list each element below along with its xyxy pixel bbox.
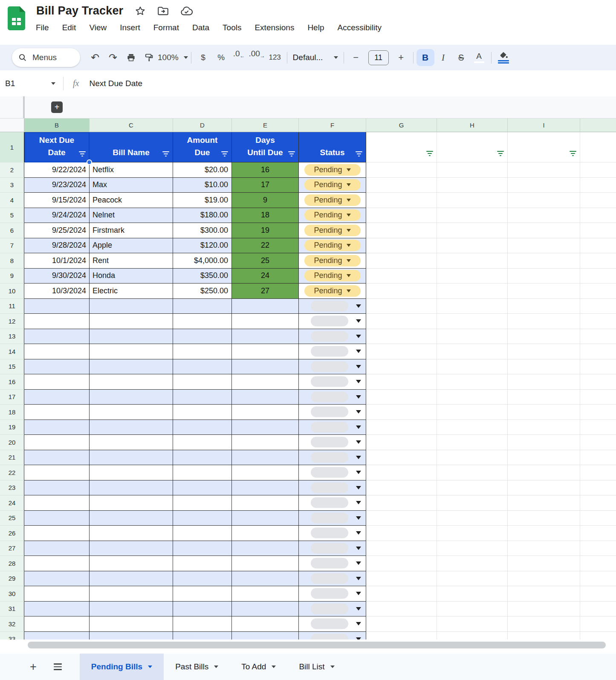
cell-H17[interactable] xyxy=(437,390,508,405)
cell-F22[interactable] xyxy=(299,465,366,480)
cell-partial31[interactable] xyxy=(580,602,616,617)
cell-B2[interactable]: 9/22/2024 xyxy=(24,162,90,178)
cell-F16[interactable] xyxy=(299,374,366,390)
status-dropdown-chip[interactable]: Pending xyxy=(304,179,361,191)
cell-F5[interactable]: Pending xyxy=(299,208,366,223)
cell-C11[interactable] xyxy=(90,299,173,314)
cell-E7[interactable]: 22 xyxy=(232,238,299,254)
cell-G25[interactable] xyxy=(366,511,437,526)
more-formats-button[interactable]: 123 xyxy=(266,49,284,66)
status-dropdown-empty[interactable] xyxy=(299,344,366,359)
cell-D31[interactable] xyxy=(173,602,232,617)
cell-partial3[interactable] xyxy=(580,178,616,193)
cell-H33[interactable] xyxy=(437,632,508,640)
cell-partial26[interactable] xyxy=(580,526,616,541)
all-sheets-menu-icon[interactable] xyxy=(54,663,62,670)
cell-H31[interactable] xyxy=(437,602,508,617)
cell-F17[interactable] xyxy=(299,390,366,405)
cell-C7[interactable]: Apple xyxy=(90,238,173,254)
cell-G2[interactable] xyxy=(366,162,437,178)
row-header-27[interactable]: 27 xyxy=(0,541,24,556)
fill-color-button[interactable] xyxy=(495,49,512,66)
cell-I25[interactable] xyxy=(508,511,580,526)
cell-F26[interactable] xyxy=(299,526,366,541)
cell-D13[interactable] xyxy=(173,329,232,344)
cell-H20[interactable] xyxy=(437,435,508,450)
decrease-font-size-button[interactable]: − xyxy=(347,49,365,66)
row-header-13[interactable]: 13 xyxy=(0,329,24,344)
print-icon[interactable] xyxy=(122,49,140,66)
status-dropdown-empty[interactable] xyxy=(299,450,366,465)
cell-G28[interactable] xyxy=(366,556,437,571)
sheets-logo-icon[interactable] xyxy=(8,6,25,30)
column-header-D[interactable]: D xyxy=(173,119,232,132)
cell-C3[interactable]: Max xyxy=(90,178,173,193)
menu-edit[interactable]: Edit xyxy=(62,23,76,32)
cell-F11[interactable] xyxy=(299,299,366,314)
row-header-20[interactable]: 20 xyxy=(0,435,24,450)
cell-C22[interactable] xyxy=(90,465,173,480)
formula-input[interactable]: Next Due Date xyxy=(89,79,142,88)
menu-file[interactable]: File xyxy=(36,23,49,32)
filter-icon[interactable] xyxy=(162,151,169,157)
cell-partial8[interactable] xyxy=(580,253,616,269)
cell-F23[interactable] xyxy=(299,480,366,496)
row-header-16[interactable]: 16 xyxy=(0,374,24,390)
cell-G16[interactable] xyxy=(366,374,437,390)
cell-E33[interactable] xyxy=(232,632,299,640)
cell-E12[interactable] xyxy=(232,314,299,329)
cell-H22[interactable] xyxy=(437,465,508,480)
cell-C21[interactable] xyxy=(90,450,173,466)
menu-help[interactable]: Help xyxy=(307,23,324,32)
status-dropdown-chip[interactable]: Pending xyxy=(304,270,361,281)
cell-partial18[interactable] xyxy=(580,405,616,420)
cell-I9[interactable] xyxy=(508,269,580,284)
cell-E31[interactable] xyxy=(232,602,299,617)
cell-D32[interactable] xyxy=(173,616,232,632)
cell-partial32[interactable] xyxy=(580,616,616,632)
cell-G20[interactable] xyxy=(366,435,437,450)
cell-B13[interactable] xyxy=(24,329,90,344)
cell-H1[interactable] xyxy=(437,132,508,162)
filter-icon[interactable] xyxy=(288,151,295,157)
format-currency-button[interactable]: $ xyxy=(194,49,212,66)
cell-B23[interactable] xyxy=(24,480,90,496)
cell-E20[interactable] xyxy=(232,435,299,450)
cell-B32[interactable] xyxy=(24,616,90,632)
cell-B20[interactable] xyxy=(24,435,90,450)
cell-F18[interactable] xyxy=(299,405,366,420)
cell-C32[interactable] xyxy=(90,616,173,632)
cell-partial15[interactable] xyxy=(580,359,616,375)
cell-E32[interactable] xyxy=(232,616,299,632)
menu-insert[interactable]: Insert xyxy=(120,23,140,32)
cell-I33[interactable] xyxy=(508,632,580,640)
cell-partial10[interactable] xyxy=(580,284,616,299)
column-header-F[interactable]: F xyxy=(299,119,366,132)
cell-H10[interactable] xyxy=(437,284,508,299)
cell-B17[interactable] xyxy=(24,390,90,405)
cell-D18[interactable] xyxy=(173,405,232,420)
cell-D12[interactable] xyxy=(173,314,232,329)
cell-H4[interactable] xyxy=(437,193,508,208)
cell-I20[interactable] xyxy=(508,435,580,450)
cell-H19[interactable] xyxy=(437,420,508,435)
cell-F6[interactable]: Pending xyxy=(299,223,366,238)
cell-I6[interactable] xyxy=(508,223,580,238)
expand-hidden-column-button[interactable]: + xyxy=(51,101,63,113)
cell-H32[interactable] xyxy=(437,616,508,632)
header-cell-E1[interactable]: DaysUntil Due xyxy=(232,132,299,162)
cell-E11[interactable] xyxy=(232,299,299,314)
cell-I4[interactable] xyxy=(508,193,580,208)
cell-E30[interactable] xyxy=(232,586,299,602)
cell-F27[interactable] xyxy=(299,541,366,556)
cell-B14[interactable] xyxy=(24,344,90,359)
cloud-saved-icon[interactable] xyxy=(180,6,193,16)
header-cell-C1[interactable]: Bill Name xyxy=(90,132,173,162)
cell-H14[interactable] xyxy=(437,344,508,359)
cell-E2[interactable]: 16 xyxy=(232,162,299,178)
cell-H7[interactable] xyxy=(437,238,508,254)
document-title[interactable]: Bill Pay Tracker xyxy=(36,4,123,17)
cell-D14[interactable] xyxy=(173,344,232,359)
cell-I29[interactable] xyxy=(508,571,580,587)
row-header-3[interactable]: 3 xyxy=(0,178,24,193)
